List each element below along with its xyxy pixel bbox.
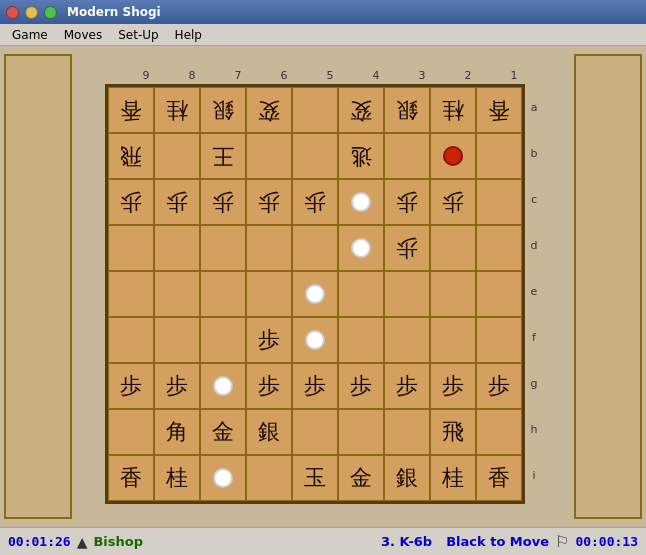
piece-g5[interactable]: 歩 [295,366,335,406]
cell-f1[interactable] [476,317,522,363]
piece-a7[interactable]: 銀 [203,90,243,130]
cell-d5[interactable] [292,225,338,271]
cell-i4[interactable]: 金 [338,455,384,501]
menu-setup[interactable]: Set-Up [110,26,166,44]
piece-c3[interactable]: 歩 [387,182,427,222]
menu-help[interactable]: Help [167,26,210,44]
cell-c9[interactable]: 歩 [108,179,154,225]
cell-d9[interactable] [108,225,154,271]
cell-g6[interactable]: 歩 [246,363,292,409]
cell-g9[interactable]: 歩 [108,363,154,409]
cell-g5[interactable]: 歩 [292,363,338,409]
cell-g7[interactable] [200,363,246,409]
piece-i5[interactable]: 玉 [295,458,335,498]
cell-h5[interactable] [292,409,338,455]
piece-g6[interactable]: 歩 [249,366,289,406]
cell-i2[interactable]: 桂 [430,455,476,501]
cell-c8[interactable]: 歩 [154,179,200,225]
cell-b7[interactable]: 王 [200,133,246,179]
piece-a1[interactable]: 香 [479,90,519,130]
cell-e2[interactable] [430,271,476,317]
cell-f5[interactable] [292,317,338,363]
minimize-button[interactable] [25,6,38,19]
piece-g1[interactable]: 歩 [479,366,519,406]
cell-i6[interactable] [246,455,292,501]
cell-b9[interactable]: 飛 [108,133,154,179]
cell-e3[interactable] [384,271,430,317]
piece-i2[interactable]: 桂 [433,458,473,498]
piece-b9[interactable]: 飛 [111,136,151,176]
cell-d8[interactable] [154,225,200,271]
cell-f6[interactable]: 歩 [246,317,292,363]
menu-moves[interactable]: Moves [56,26,110,44]
cell-i7[interactable] [200,455,246,501]
cell-b6[interactable] [246,133,292,179]
cell-h1[interactable] [476,409,522,455]
cell-e7[interactable] [200,271,246,317]
cell-h7[interactable]: 金 [200,409,246,455]
cell-i5[interactable]: 玉 [292,455,338,501]
piece-i1[interactable]: 香 [479,458,519,498]
piece-g8[interactable]: 歩 [157,366,197,406]
cell-e1[interactable] [476,271,522,317]
piece-a3[interactable]: 銀 [387,90,427,130]
cell-e6[interactable] [246,271,292,317]
piece-h6[interactable]: 銀 [249,412,289,452]
cell-i8[interactable]: 桂 [154,455,200,501]
cell-a2[interactable]: 桂 [430,87,476,133]
cell-i9[interactable]: 香 [108,455,154,501]
piece-a9[interactable]: 香 [111,90,151,130]
piece-d3[interactable]: 歩 [387,228,427,268]
cell-g8[interactable]: 歩 [154,363,200,409]
cell-c1[interactable] [476,179,522,225]
cell-f9[interactable] [108,317,154,363]
shogi-board[interactable]: 香 桂 銀 変 変 銀 桂 香 飛 [105,84,525,504]
cell-a3[interactable]: 銀 [384,87,430,133]
cell-a9[interactable]: 香 [108,87,154,133]
cell-c2[interactable]: 歩 [430,179,476,225]
piece-c5[interactable]: 歩 [295,182,335,222]
cell-b4[interactable]: 逃 [338,133,384,179]
cell-h3[interactable] [384,409,430,455]
piece-g9[interactable]: 歩 [111,366,151,406]
piece-i4[interactable]: 金 [341,458,381,498]
piece-a8[interactable]: 桂 [157,90,197,130]
cell-f4[interactable] [338,317,384,363]
piece-i9[interactable]: 香 [111,458,151,498]
piece-i8[interactable]: 桂 [157,458,197,498]
cell-i1[interactable]: 香 [476,455,522,501]
cell-a8[interactable]: 桂 [154,87,200,133]
cell-d2[interactable] [430,225,476,271]
cell-f2[interactable] [430,317,476,363]
cell-b8[interactable] [154,133,200,179]
cell-d3[interactable]: 歩 [384,225,430,271]
cell-b5[interactable] [292,133,338,179]
cell-f8[interactable] [154,317,200,363]
piece-c7[interactable]: 歩 [203,182,243,222]
piece-a2[interactable]: 桂 [433,90,473,130]
cell-a6[interactable]: 変 [246,87,292,133]
piece-a4[interactable]: 変 [341,90,381,130]
cell-b1[interactable] [476,133,522,179]
piece-f6[interactable]: 歩 [249,320,289,360]
cell-g3[interactable]: 歩 [384,363,430,409]
piece-c8[interactable]: 歩 [157,182,197,222]
cell-c3[interactable]: 歩 [384,179,430,225]
piece-c9[interactable]: 歩 [111,182,151,222]
cell-d4[interactable] [338,225,384,271]
cell-a1[interactable]: 香 [476,87,522,133]
cell-g2[interactable]: 歩 [430,363,476,409]
piece-g2[interactable]: 歩 [433,366,473,406]
cell-c6[interactable]: 歩 [246,179,292,225]
cell-h4[interactable] [338,409,384,455]
maximize-button[interactable] [44,6,57,19]
piece-h8[interactable]: 角 [157,412,197,452]
cell-d6[interactable] [246,225,292,271]
cell-c4[interactable] [338,179,384,225]
piece-c2[interactable]: 歩 [433,182,473,222]
cell-g4[interactable]: 歩 [338,363,384,409]
piece-c6[interactable]: 歩 [249,182,289,222]
close-button[interactable] [6,6,19,19]
piece-b4[interactable]: 逃 [341,136,381,176]
piece-g3[interactable]: 歩 [387,366,427,406]
